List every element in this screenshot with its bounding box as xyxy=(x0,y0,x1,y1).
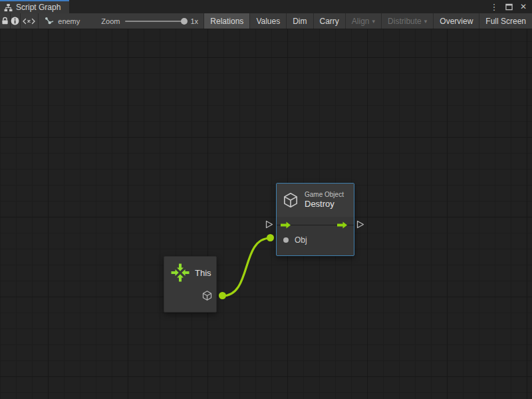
this-output-port[interactable] xyxy=(219,292,226,299)
node-title: This xyxy=(195,268,211,278)
graph-hierarchy-icon xyxy=(4,3,13,12)
window-controls: ⋮ ✕ xyxy=(489,0,531,13)
flow-input-triangle-port[interactable] xyxy=(265,220,273,229)
connection-layer xyxy=(0,29,532,399)
toolbar-button-relations[interactable]: Relations xyxy=(203,13,249,29)
zoom-value: 1x xyxy=(190,17,198,25)
tab-title: Script Graph xyxy=(16,3,61,12)
toolbar-button-carry[interactable]: Carry xyxy=(313,13,345,29)
angle-brackets-x-icon xyxy=(22,17,36,26)
cube-icon xyxy=(282,192,299,209)
window-menu-icon[interactable]: ⋮ xyxy=(489,1,499,12)
dropdown-arrow-icon: ▾ xyxy=(372,19,376,25)
graph-canvas[interactable]: Game Object Destroy Obj xyxy=(0,29,532,399)
value-port-dot[interactable] xyxy=(283,237,289,243)
toolbar-button-fullscreen[interactable]: Full Screen xyxy=(479,13,532,29)
graph-name-label: enemy xyxy=(58,17,80,25)
flow-input-arrow-icon[interactable] xyxy=(280,221,291,229)
code-preview-button[interactable] xyxy=(21,13,38,29)
node-subtitle: Game Object xyxy=(305,191,344,200)
info-button[interactable] xyxy=(10,13,20,29)
node-destroy[interactable]: Game Object Destroy Obj xyxy=(276,183,354,256)
lock-button[interactable] xyxy=(0,13,10,29)
graph-reference-breadcrumb[interactable]: enemy xyxy=(45,13,80,29)
toolbar-button-values[interactable]: Values xyxy=(249,13,286,29)
toolbar-button-group: Relations Values Dim Carry Align ▾ Distr… xyxy=(203,13,532,29)
toolbar: enemy Zoom 1x Relations Values Dim Carry xyxy=(0,13,532,29)
flow-output-arrow-icon[interactable] xyxy=(336,221,348,229)
cube-icon-small xyxy=(201,290,213,301)
script-graph-window: Script Graph ⋮ ✕ xyxy=(0,0,532,399)
zoom-slider-track xyxy=(125,21,186,22)
toolbar-button-align: Align ▾ xyxy=(345,13,381,29)
dropdown-arrow-icon: ▾ xyxy=(424,19,428,25)
title-bar: Script Graph ⋮ ✕ xyxy=(0,0,532,13)
close-icon[interactable]: ✕ xyxy=(518,1,529,12)
node-this-header: This xyxy=(164,257,216,283)
connection-wire[interactable] xyxy=(223,238,271,296)
toolbar-button-overview[interactable]: Overview xyxy=(433,13,479,29)
zoom-control: Zoom 1x xyxy=(101,13,203,29)
graph-asset-icon xyxy=(45,17,55,26)
tab-script-graph[interactable]: Script Graph xyxy=(0,0,69,13)
maximize-icon[interactable] xyxy=(503,1,514,12)
lock-icon xyxy=(0,16,10,26)
destroy-obj-connected-port[interactable] xyxy=(267,234,274,241)
this-converge-icon xyxy=(170,263,190,283)
node-this[interactable]: This xyxy=(164,256,217,313)
input-port-row-obj: Obj xyxy=(277,234,307,246)
info-icon xyxy=(10,16,20,26)
node-destroy-header: Game Object Destroy xyxy=(277,184,354,217)
zoom-label: Zoom xyxy=(101,17,120,25)
zoom-slider-handle[interactable] xyxy=(181,18,188,25)
flow-output-triangle-port[interactable] xyxy=(356,220,364,229)
node-title: Destroy xyxy=(305,199,344,209)
input-port-label: Obj xyxy=(295,235,307,245)
toolbar-button-distribute: Distribute ▾ xyxy=(381,13,433,29)
zoom-slider[interactable] xyxy=(125,13,186,29)
toolbar-button-dim[interactable]: Dim xyxy=(286,13,313,29)
